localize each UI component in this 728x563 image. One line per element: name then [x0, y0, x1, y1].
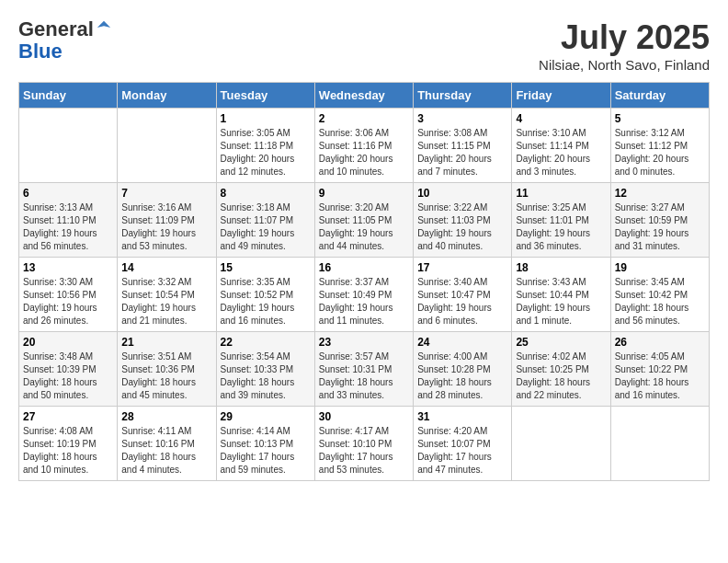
day-info: Sunrise: 3:43 AM Sunset: 10:44 PM Daylig… [516, 276, 606, 327]
day-info: Sunrise: 3:12 AM Sunset: 11:12 PM Daylig… [615, 127, 705, 178]
day-number: 26 [615, 336, 705, 349]
day-info: Sunrise: 4:00 AM Sunset: 10:28 PM Daylig… [417, 350, 507, 402]
day-number: 15 [221, 261, 311, 274]
calendar-cell: 9Sunrise: 3:20 AM Sunset: 11:05 PM Dayli… [314, 183, 413, 258]
day-info: Sunrise: 3:37 AM Sunset: 10:49 PM Daylig… [319, 276, 409, 327]
weekday-header-saturday: Saturday [610, 83, 709, 109]
week-row-2: 6Sunrise: 3:13 AM Sunset: 11:10 PM Dayli… [19, 183, 710, 258]
day-info: Sunrise: 3:22 AM Sunset: 11:03 PM Daylig… [417, 201, 507, 253]
day-number: 30 [319, 410, 409, 423]
calendar-cell: 7Sunrise: 3:16 AM Sunset: 11:09 PM Dayli… [118, 183, 216, 258]
calendar-cell: 15Sunrise: 3:35 AM Sunset: 10:52 PM Dayl… [216, 258, 314, 332]
weekday-header-thursday: Thursday [414, 83, 512, 109]
day-info: Sunrise: 3:20 AM Sunset: 11:05 PM Daylig… [319, 201, 409, 253]
day-number: 19 [615, 261, 705, 274]
day-info: Sunrise: 4:05 AM Sunset: 10:22 PM Daylig… [615, 350, 705, 402]
day-info: Sunrise: 3:13 AM Sunset: 11:10 PM Daylig… [23, 201, 113, 253]
calendar-cell: 13Sunrise: 3:30 AM Sunset: 10:56 PM Dayl… [19, 258, 118, 332]
day-number: 6 [23, 187, 113, 200]
day-number: 9 [319, 187, 409, 200]
week-row-5: 27Sunrise: 4:08 AM Sunset: 10:19 PM Dayl… [19, 407, 710, 481]
calendar-cell: 26Sunrise: 4:05 AM Sunset: 10:22 PM Dayl… [610, 332, 709, 407]
day-info: Sunrise: 3:51 AM Sunset: 10:36 PM Daylig… [121, 350, 211, 402]
weekday-header-monday: Monday [118, 83, 216, 109]
day-number: 5 [615, 112, 705, 125]
day-number: 25 [516, 336, 606, 349]
day-number: 31 [417, 410, 507, 423]
day-number: 2 [319, 112, 409, 125]
day-info: Sunrise: 3:18 AM Sunset: 11:07 PM Daylig… [221, 201, 311, 253]
calendar-cell: 8Sunrise: 3:18 AM Sunset: 11:07 PM Dayli… [216, 183, 314, 258]
day-info: Sunrise: 3:08 AM Sunset: 11:15 PM Daylig… [417, 127, 507, 178]
day-info: Sunrise: 3:48 AM Sunset: 10:39 PM Daylig… [23, 350, 113, 402]
day-info: Sunrise: 3:40 AM Sunset: 10:47 PM Daylig… [417, 276, 507, 327]
month-title: July 2025 [539, 18, 710, 57]
calendar-cell: 31Sunrise: 4:20 AM Sunset: 10:07 PM Dayl… [414, 407, 512, 481]
calendar-cell: 22Sunrise: 3:54 AM Sunset: 10:33 PM Dayl… [216, 332, 314, 407]
calendar-cell: 12Sunrise: 3:27 AM Sunset: 10:59 PM Dayl… [610, 183, 709, 258]
day-number: 18 [516, 261, 606, 274]
calendar-cell [512, 407, 610, 481]
svg-marker-0 [97, 21, 110, 28]
day-number: 17 [417, 261, 507, 274]
calendar-cell [610, 407, 709, 481]
calendar-cell: 30Sunrise: 4:17 AM Sunset: 10:10 PM Dayl… [314, 407, 413, 481]
day-number: 27 [23, 410, 113, 423]
calendar-cell [19, 109, 118, 183]
weekday-header-wednesday: Wednesday [314, 83, 413, 109]
logo-blue-text: Blue [18, 40, 63, 63]
weekday-header-tuesday: Tuesday [216, 83, 314, 109]
day-number: 14 [121, 261, 211, 274]
day-info: Sunrise: 3:54 AM Sunset: 10:33 PM Daylig… [221, 350, 311, 402]
calendar-cell: 24Sunrise: 4:00 AM Sunset: 10:28 PM Dayl… [414, 332, 512, 407]
calendar-cell: 4Sunrise: 3:10 AM Sunset: 11:14 PM Dayli… [512, 109, 610, 183]
day-number: 22 [221, 336, 311, 349]
day-number: 7 [121, 187, 211, 200]
title-block: July 2025 Nilsiae, North Savo, Finland [539, 18, 710, 73]
calendar-cell: 21Sunrise: 3:51 AM Sunset: 10:36 PM Dayl… [118, 332, 216, 407]
week-row-3: 13Sunrise: 3:30 AM Sunset: 10:56 PM Dayl… [19, 258, 710, 332]
day-info: Sunrise: 3:27 AM Sunset: 10:59 PM Daylig… [615, 201, 705, 253]
calendar-cell: 27Sunrise: 4:08 AM Sunset: 10:19 PM Dayl… [19, 407, 118, 481]
day-number: 16 [319, 261, 409, 274]
day-info: Sunrise: 4:17 AM Sunset: 10:10 PM Daylig… [319, 425, 409, 477]
calendar-cell: 3Sunrise: 3:08 AM Sunset: 11:15 PM Dayli… [414, 109, 512, 183]
day-number: 21 [121, 336, 211, 349]
calendar-cell: 11Sunrise: 3:25 AM Sunset: 11:01 PM Dayl… [512, 183, 610, 258]
calendar-cell: 18Sunrise: 3:43 AM Sunset: 10:44 PM Dayl… [512, 258, 610, 332]
day-number: 3 [417, 112, 507, 125]
day-info: Sunrise: 4:08 AM Sunset: 10:19 PM Daylig… [23, 425, 113, 477]
day-info: Sunrise: 4:11 AM Sunset: 10:16 PM Daylig… [121, 425, 211, 477]
calendar-cell: 16Sunrise: 3:37 AM Sunset: 10:49 PM Dayl… [314, 258, 413, 332]
day-number: 8 [221, 187, 311, 200]
page-header: General Blue July 2025 Nilsiae, North Sa… [18, 18, 710, 73]
calendar-cell: 20Sunrise: 3:48 AM Sunset: 10:39 PM Dayl… [19, 332, 118, 407]
logo-bird-icon [96, 19, 112, 36]
day-info: Sunrise: 3:16 AM Sunset: 11:09 PM Daylig… [121, 201, 211, 253]
day-info: Sunrise: 3:32 AM Sunset: 10:54 PM Daylig… [121, 276, 211, 327]
logo-general-text: General [18, 17, 94, 40]
day-number: 24 [417, 336, 507, 349]
calendar-cell: 6Sunrise: 3:13 AM Sunset: 11:10 PM Dayli… [19, 183, 118, 258]
calendar-cell: 5Sunrise: 3:12 AM Sunset: 11:12 PM Dayli… [610, 109, 709, 183]
day-info: Sunrise: 3:45 AM Sunset: 10:42 PM Daylig… [615, 276, 705, 327]
day-info: Sunrise: 3:06 AM Sunset: 11:16 PM Daylig… [319, 127, 409, 178]
week-row-4: 20Sunrise: 3:48 AM Sunset: 10:39 PM Dayl… [19, 332, 710, 407]
day-info: Sunrise: 3:05 AM Sunset: 11:18 PM Daylig… [221, 127, 311, 178]
day-number: 10 [417, 187, 507, 200]
day-info: Sunrise: 4:02 AM Sunset: 10:25 PM Daylig… [516, 350, 606, 402]
calendar-cell: 2Sunrise: 3:06 AM Sunset: 11:16 PM Dayli… [314, 109, 413, 183]
day-info: Sunrise: 3:35 AM Sunset: 10:52 PM Daylig… [221, 276, 311, 327]
week-row-1: 1Sunrise: 3:05 AM Sunset: 11:18 PM Dayli… [19, 109, 710, 183]
day-number: 1 [221, 112, 311, 125]
weekday-header-row: SundayMondayTuesdayWednesdayThursdayFrid… [19, 83, 710, 109]
weekday-header-friday: Friday [512, 83, 610, 109]
day-number: 20 [23, 336, 113, 349]
logo: General Blue [18, 18, 112, 63]
day-number: 12 [615, 187, 705, 200]
calendar-cell: 14Sunrise: 3:32 AM Sunset: 10:54 PM Dayl… [118, 258, 216, 332]
calendar-table: SundayMondayTuesdayWednesdayThursdayFrid… [18, 82, 710, 481]
day-info: Sunrise: 3:30 AM Sunset: 10:56 PM Daylig… [23, 276, 113, 327]
calendar-cell: 23Sunrise: 3:57 AM Sunset: 10:31 PM Dayl… [314, 332, 413, 407]
weekday-header-sunday: Sunday [19, 83, 118, 109]
